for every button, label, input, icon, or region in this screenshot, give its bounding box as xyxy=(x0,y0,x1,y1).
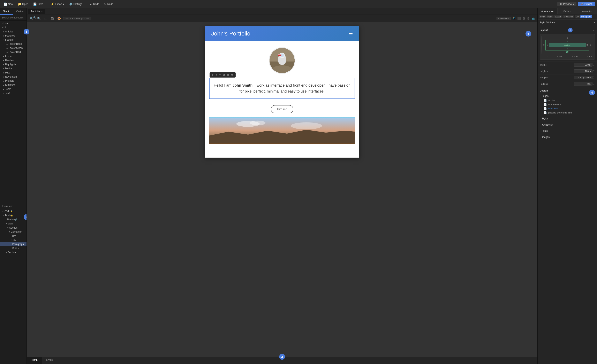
tree-body[interactable]: ▾Body 🔒 xyxy=(0,213,26,218)
hire-btn[interactable]: Hire me xyxy=(209,101,355,113)
tree-team[interactable]: ▸Team xyxy=(0,87,26,91)
tree-user[interactable]: ▸User xyxy=(0,21,26,25)
margin-down[interactable]: ▼ xyxy=(593,77,595,80)
bc-section[interactable]: Section xyxy=(553,15,562,18)
image-tool[interactable]: 🖼 xyxy=(49,16,55,21)
delete-icon[interactable]: 🗑 xyxy=(230,73,234,77)
up-icon[interactable]: ↑ xyxy=(215,73,218,77)
tree-highlights[interactable]: ▸Highlights xyxy=(0,62,26,67)
bc-body[interactable]: body xyxy=(539,15,546,18)
tree-paragraph[interactable]: Paragraph xyxy=(0,242,26,246)
page-hire-me[interactable]: 📄 hire-me.html xyxy=(543,102,595,106)
images-header[interactable]: ▸ Images xyxy=(540,135,595,139)
tree-div2[interactable]: ▾Div xyxy=(0,238,26,242)
tab-online[interactable]: Online xyxy=(13,8,27,15)
dropdown-arrow-icon[interactable]: ▾ xyxy=(594,22,595,24)
tree-navbar[interactable]: Navbar 🔗 xyxy=(0,218,26,222)
bc-paragraph[interactable]: Paragraph xyxy=(580,15,592,18)
tablet-icon[interactable]: ⬛ xyxy=(517,16,521,21)
export-button[interactable]: ⚡ Export ▾ xyxy=(49,2,66,7)
bc-main[interactable]: Main xyxy=(546,15,553,18)
tree-html[interactable]: ▾HTML 🔒 xyxy=(0,209,26,213)
margin-value[interactable]: 0px 0px 30px xyxy=(574,76,592,79)
padding-stepper[interactable]: ▲ ▼ xyxy=(593,82,595,86)
tree-footer-clean[interactable]: ▭Footer Clean xyxy=(0,46,26,50)
new-button[interactable]: 📄 New xyxy=(2,2,15,7)
tree-main[interactable]: ▾Main xyxy=(0,222,26,226)
desktop-sm-icon[interactable]: 🖥 xyxy=(522,16,526,21)
tree-section2[interactable]: ▸Section xyxy=(0,250,26,254)
zoom-out-tool[interactable]: 🔍 xyxy=(36,16,42,21)
mobile-icon[interactable]: 📱 xyxy=(512,16,516,21)
tree-misc[interactable]: ▸Misc xyxy=(0,71,26,75)
page-projects[interactable]: 📄 projects-grid-cards.html xyxy=(543,111,595,115)
tab-styles[interactable]: Styles xyxy=(42,357,57,364)
desktop-lg-icon[interactable]: 🖥 xyxy=(526,16,530,21)
margin-stepper[interactable]: ▲ ▼ xyxy=(593,76,595,80)
height-value[interactable]: 108px xyxy=(574,69,592,73)
collapse-icon[interactable]: ▲ xyxy=(593,29,595,31)
save-button[interactable]: 💾 Save xyxy=(31,2,45,7)
canvas-tab-portfolio[interactable]: Portfolio ✕ xyxy=(28,9,45,14)
height-up[interactable]: ▲ xyxy=(593,69,595,71)
tree-footers[interactable]: ▾Footers xyxy=(0,38,26,42)
canvas-viewport[interactable]: 6 John's Portfolio ☰ xyxy=(27,22,537,356)
search-input[interactable] xyxy=(2,16,32,19)
more-icon[interactable]: ⊘ xyxy=(226,73,230,77)
width-value[interactable]: 510px xyxy=(574,63,592,67)
padding-down[interactable]: ▼ xyxy=(593,84,595,86)
hire-button-label[interactable]: Hire me xyxy=(271,105,293,113)
tab-studio[interactable]: Studio xyxy=(0,8,13,15)
width-stepper[interactable]: ▲ ▼ xyxy=(593,63,595,67)
padding-up[interactable]: ▲ xyxy=(593,82,595,84)
tab-appearance[interactable]: Appearance xyxy=(538,8,558,14)
bc-div[interactable]: Div xyxy=(575,15,580,18)
bc-container[interactable]: Container xyxy=(563,15,574,18)
page-index[interactable]: 📄 index.html xyxy=(543,106,595,111)
js-header[interactable]: ▸ JavaScript xyxy=(540,122,595,127)
paragraph-element[interactable]: ✛ ↑ ✏ ⧉ ⊘ 🗑 Hello! I am John Smith. I wo… xyxy=(209,78,355,99)
width-up[interactable]: ▲ xyxy=(593,63,595,65)
tab-html[interactable]: HTML xyxy=(27,357,42,364)
undo-button[interactable]: ↩ Undo xyxy=(88,2,101,7)
height-down[interactable]: ▼ xyxy=(593,71,595,73)
settings-button[interactable]: ⚙️ Settings xyxy=(67,2,84,7)
tree-forms[interactable]: ▸Forms xyxy=(0,54,26,58)
tree-articles[interactable]: ▸Articles xyxy=(0,30,26,34)
widescreen-icon[interactable]: 📺 xyxy=(531,16,535,21)
tree-structure[interactable]: ▸Structure xyxy=(0,83,26,87)
pages-header[interactable]: ▾ Pages xyxy=(540,94,595,98)
width-down[interactable]: ▼ xyxy=(593,65,595,67)
tree-section[interactable]: ▾Section xyxy=(0,226,26,230)
edit-icon[interactable]: ✏ xyxy=(218,73,222,77)
tab-animation[interactable]: Animation xyxy=(577,8,597,14)
copy-icon[interactable]: ⧉ xyxy=(222,73,226,77)
tree-text[interactable]: ▾Text xyxy=(0,91,26,95)
tree-features[interactable]: ▸Features xyxy=(0,34,26,38)
filename-badge[interactable]: index.html xyxy=(496,17,511,20)
tree-navigation[interactable]: ▸Navigation xyxy=(0,75,26,79)
fonts-header[interactable]: ▸ Fonts xyxy=(540,129,595,133)
margin-up[interactable]: ▲ xyxy=(593,76,595,77)
publish-button[interactable]: 🚀 Publish xyxy=(578,2,595,6)
tree-ui[interactable]: ▾UI xyxy=(0,25,26,30)
styles-header[interactable]: ▸ Styles xyxy=(540,116,595,121)
open-button[interactable]: 📁 Open xyxy=(16,2,30,7)
tree-footer-basic[interactable]: ▭Footer Basic xyxy=(0,42,26,46)
select-tool[interactable]: ⬚ xyxy=(43,16,48,21)
tab-close-icon[interactable]: ✕ xyxy=(41,10,43,13)
tree-div1[interactable]: Div xyxy=(0,234,26,238)
tree-container[interactable]: ▾Container xyxy=(0,230,26,234)
page-cv[interactable]: 📄 cv.html xyxy=(543,98,595,102)
padding-value[interactable]: 0px xyxy=(574,82,592,86)
height-stepper[interactable]: ▲ ▼ xyxy=(593,69,595,73)
color-tool[interactable]: 🎨 xyxy=(56,16,62,21)
tree-projects[interactable]: ▸Projects xyxy=(0,79,26,83)
tree-media[interactable]: ▸Media xyxy=(0,67,26,71)
redo-button[interactable]: ↪ Redo xyxy=(102,2,115,7)
tree-footer-dark[interactable]: ▭Footer Dark xyxy=(0,50,26,54)
tree-button[interactable]: Button xyxy=(0,246,26,250)
tab-options[interactable]: Options xyxy=(558,8,577,14)
preview-button[interactable]: 🖥 Preview ▾ xyxy=(557,2,576,6)
tree-headers[interactable]: ▸Headers xyxy=(0,58,26,62)
